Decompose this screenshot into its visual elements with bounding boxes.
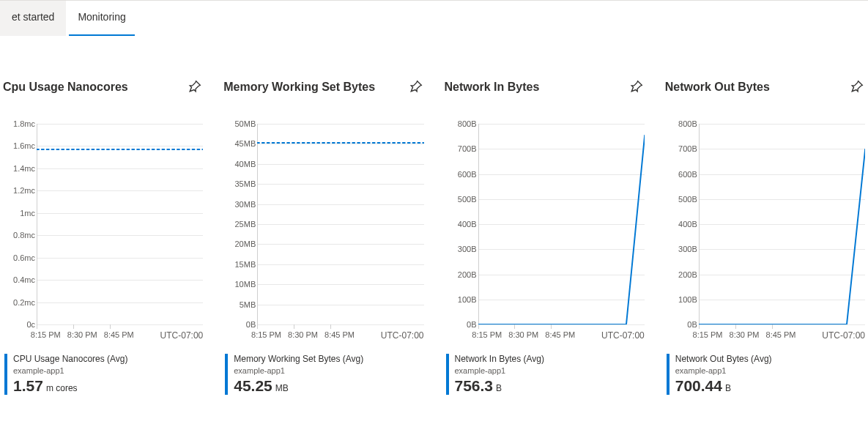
legend: Network In Bytes (Avg) example-app1 756.…	[445, 354, 645, 395]
y-tick-label: 1.2mc	[13, 186, 35, 195]
y-tick-label: 400B	[678, 220, 697, 229]
y-tick-label: 100B	[458, 295, 477, 304]
y-tick-label: 35MB	[235, 179, 256, 188]
legend-resource: example-app1	[13, 365, 128, 376]
card-network-out: Network Out Bytes 8:15 PM8:30 PM8:45 PMU…	[665, 77, 865, 395]
y-tick-label: 0.6mc	[13, 253, 35, 262]
y-tick-label: 800B	[678, 119, 697, 128]
x-tick-label: 8:45 PM	[324, 330, 355, 339]
y-tick-label: 0B	[467, 320, 476, 329]
y-tick-label: 1.6mc	[13, 141, 35, 150]
series-line	[478, 135, 645, 324]
y-tick-label: 1mc	[20, 209, 35, 218]
y-tick-label: 45MB	[235, 139, 256, 148]
chart-memory[interactable]: 8:15 PM8:30 PM8:45 PMUTC-07:00 50MB45MB4…	[223, 124, 423, 344]
metric-cards: Cpu Usage Nanocores 8:15 PM8:30 PM8:45 P…	[0, 36, 868, 395]
y-tick-label: 500B	[678, 195, 697, 204]
y-tick-label: 50MB	[235, 119, 256, 128]
series-line	[699, 149, 865, 324]
card-title: Cpu Usage Nanocores	[3, 81, 128, 94]
x-tick-label: 8:45 PM	[766, 330, 796, 339]
timezone-label: UTC-07:00	[160, 330, 204, 341]
x-tick-label: 8:30 PM	[67, 330, 97, 339]
pin-icon[interactable]	[850, 80, 865, 94]
timezone-label: UTC-07:00	[822, 330, 865, 341]
y-tick-label: 40MB	[235, 160, 256, 168]
legend-unit: MB	[275, 383, 289, 393]
legend-metric: Network Out Bytes (Avg)	[675, 354, 772, 365]
card-memory-working-set: Memory Working Set Bytes 8:15 PM8:30 PM8…	[223, 77, 423, 395]
timezone-label: UTC-07:00	[381, 330, 424, 341]
legend-value: 45.25	[234, 377, 272, 395]
chart-cpu[interactable]: 8:15 PM8:30 PM8:45 PMUTC-07:00 1.8mc1.6m…	[3, 124, 203, 344]
pin-icon[interactable]	[188, 80, 203, 94]
card-network-in: Network In Bytes 8:15 PM8:30 PM8:45 PMUT…	[445, 77, 645, 395]
y-tick-label: 0B	[687, 320, 697, 329]
legend-value: 700.44	[675, 377, 722, 395]
y-tick-label: 700B	[458, 144, 477, 153]
y-tick-label: 500B	[458, 195, 477, 204]
x-tick-label: 8:45 PM	[104, 330, 134, 339]
y-tick-label: 10MB	[235, 280, 256, 289]
legend-unit: B	[496, 383, 502, 393]
x-tick-label: 8:30 PM	[288, 330, 318, 339]
y-tick-label: 0.2mc	[13, 298, 35, 307]
y-tick-label: 600B	[678, 170, 697, 179]
y-tick-label: 1.8mc	[13, 119, 35, 128]
legend: CPU Usage Nanocores (Avg) example-app1 1…	[3, 354, 203, 395]
legend-resource: example-app1	[455, 365, 544, 376]
y-tick-label: 800B	[458, 119, 477, 128]
y-tick-label: 20MB	[235, 240, 256, 248]
legend: Memory Working Set Bytes (Avg) example-a…	[223, 354, 423, 395]
legend-unit: B	[725, 383, 731, 393]
legend-metric: Network In Bytes (Avg)	[455, 354, 544, 365]
y-tick-label: 700B	[678, 144, 697, 153]
card-title: Network Out Bytes	[665, 81, 770, 94]
card-title: Network In Bytes	[445, 81, 540, 94]
y-tick-label: 0B	[246, 320, 256, 329]
y-tick-label: 200B	[678, 270, 697, 279]
timezone-label: UTC-07:00	[601, 330, 645, 341]
pin-icon[interactable]	[409, 80, 424, 94]
y-tick-label: 400B	[458, 220, 477, 229]
y-tick-label: 30MB	[235, 200, 256, 209]
y-tick-label: 0.8mc	[13, 231, 35, 240]
y-tick-label: 600B	[458, 170, 477, 179]
y-tick-label: 0c	[26, 320, 35, 329]
tab-get-started[interactable]: et started	[0, 1, 66, 36]
y-tick-label: 200B	[458, 270, 477, 279]
legend: Network Out Bytes (Avg) example-app1 700…	[665, 354, 865, 395]
y-tick-label: 300B	[458, 245, 477, 253]
tabs: et started Monitoring	[0, 1, 868, 36]
legend-metric: Memory Working Set Bytes (Avg)	[234, 354, 363, 365]
tab-monitoring[interactable]: Monitoring	[66, 1, 137, 36]
legend-value: 756.3	[455, 377, 494, 395]
x-tick-label: 8:15 PM	[251, 330, 281, 339]
legend-value: 1.57	[13, 377, 43, 395]
legend-resource: example-app1	[234, 365, 363, 376]
y-tick-label: 100B	[678, 295, 697, 304]
y-tick-label: 1.4mc	[13, 164, 35, 173]
y-tick-label: 300B	[678, 245, 697, 253]
x-tick-label: 8:30 PM	[730, 330, 760, 339]
card-title: Memory Working Set Bytes	[223, 81, 375, 94]
chart-net-out[interactable]: 8:15 PM8:30 PM8:45 PMUTC-07:00 800B700B6…	[665, 124, 865, 344]
pin-icon[interactable]	[630, 80, 645, 94]
x-tick-label: 8:15 PM	[472, 330, 502, 339]
y-tick-label: 25MB	[235, 220, 256, 229]
y-tick-label: 0.4mc	[13, 275, 35, 284]
legend-metric: CPU Usage Nanocores (Avg)	[13, 354, 128, 365]
chart-net-in[interactable]: 8:15 PM8:30 PM8:45 PMUTC-07:00 800B700B6…	[445, 124, 645, 344]
x-tick-label: 8:15 PM	[31, 330, 61, 339]
y-tick-label: 15MB	[235, 260, 256, 269]
legend-resource: example-app1	[675, 365, 772, 376]
y-tick-label: 5MB	[240, 300, 256, 309]
card-cpu-usage: Cpu Usage Nanocores 8:15 PM8:30 PM8:45 P…	[3, 77, 203, 395]
x-tick-label: 8:45 PM	[545, 330, 575, 339]
x-tick-label: 8:15 PM	[693, 330, 723, 339]
legend-unit: m cores	[46, 383, 78, 393]
x-tick-label: 8:30 PM	[508, 330, 538, 339]
